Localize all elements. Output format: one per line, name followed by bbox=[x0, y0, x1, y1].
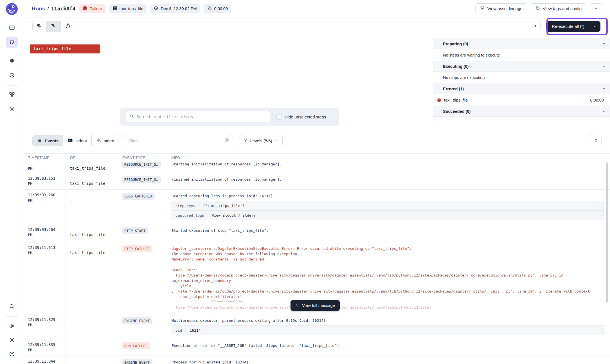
terminal-icon bbox=[68, 138, 73, 144]
event-type-cell: RESOURCE_INIT_S… bbox=[118, 162, 167, 173]
status-badge-failure: Failure bbox=[79, 4, 105, 13]
col-info: INFO bbox=[167, 154, 610, 162]
hide-unselected-control[interactable]: Hide unselected steps bbox=[276, 114, 326, 120]
events-table-body: PMtaxi_trips_fileRESOURCE_INIT_S…Startin… bbox=[24, 162, 610, 364]
info-line: yield bbox=[172, 283, 606, 289]
gantt-step-node-failed[interactable]: taxi_trips_file bbox=[30, 44, 100, 53]
info-cell: Execution of run for "__ASSET_JOB" faile… bbox=[167, 339, 610, 356]
clear-filter-icon[interactable] bbox=[224, 138, 229, 144]
metadata-row: pid16214 bbox=[172, 326, 604, 335]
unfold-icon bbox=[532, 24, 537, 29]
lineage-icon bbox=[480, 6, 485, 12]
gantt-view-toggle bbox=[32, 21, 75, 32]
gantt-section: Re-execute all (*) taxi_trips_file bbox=[24, 17, 610, 128]
start-time-label: Dec 8, 12:39:02 PM bbox=[161, 6, 197, 11]
metadata-row: captured_logsView stdout / stderr bbox=[172, 211, 604, 220]
help-icon bbox=[9, 351, 15, 358]
scrollbar-thumb[interactable] bbox=[606, 162, 608, 302]
gantt-flat-view-button[interactable] bbox=[33, 21, 47, 32]
info-cell: Multiprocess executor: parent process ex… bbox=[167, 314, 610, 339]
chevron-down-icon bbox=[594, 6, 598, 11]
failure-icon bbox=[83, 6, 87, 11]
events-toolbar: Events stdout stderr bbox=[24, 128, 610, 153]
tab-stderr[interactable]: stderr bbox=[92, 135, 119, 146]
search-icon bbox=[130, 114, 134, 120]
info-line: Started capturing logs in process (pid: … bbox=[172, 193, 606, 199]
header-more-button[interactable] bbox=[590, 3, 602, 14]
warning-triangle-icon bbox=[96, 138, 101, 144]
table-row: PMtaxi_trips_fileRESOURCE_INIT_S…Startin… bbox=[24, 162, 610, 173]
sidebar-help[interactable] bbox=[6, 349, 18, 360]
stopwatch-icon bbox=[65, 23, 71, 30]
breadcrumb: Runs / 11acb0f4 bbox=[32, 6, 75, 12]
info-line: Starting initialization of resources [io… bbox=[172, 162, 606, 167]
event-type-badge: RESOURCE_INIT_S… bbox=[121, 162, 161, 168]
sidebar-item-settings[interactable] bbox=[6, 104, 18, 115]
info-line: Process for run exited (pid: 16214). bbox=[172, 359, 606, 364]
view-full-message-label: View full message bbox=[302, 303, 335, 308]
info-line: Multiprocess executor: parent process ex… bbox=[172, 318, 606, 323]
error-status-dot bbox=[437, 98, 441, 102]
gantt-expand-button[interactable] bbox=[529, 21, 541, 32]
funnel-icon bbox=[243, 138, 247, 143]
view-full-message-button[interactable]: View full message bbox=[291, 300, 340, 311]
sidebar-item-automation[interactable] bbox=[6, 56, 18, 67]
gantt-waterfall-view-button[interactable] bbox=[47, 21, 61, 32]
timestamp-cell: 12:39:03.260PM bbox=[24, 190, 66, 224]
run-header: Runs / 11acb0f4 Failure taxi_trips_file … bbox=[24, 0, 610, 17]
event-type-cell: RUN_FAILURE bbox=[118, 339, 167, 356]
op-cell: - bbox=[66, 356, 118, 364]
steps-section-preparing[interactable]: Preparing (0) bbox=[433, 39, 610, 49]
timestamp-line2: PM bbox=[28, 198, 62, 203]
timestamp-line1: 12:39:11.613 bbox=[28, 245, 62, 250]
errored-step-row[interactable]: taxi_trips_file 0:00:08 bbox=[433, 94, 610, 106]
info-line: , File "/Users/dennis/code/project-dagst… bbox=[172, 289, 606, 294]
sidebar-user-settings[interactable] bbox=[6, 335, 18, 346]
info-line: Started execution of step "taxi_trips_fi… bbox=[172, 228, 606, 233]
caret-down-icon[interactable] bbox=[589, 21, 600, 32]
steps-section-errored[interactable]: Errored (1) bbox=[433, 84, 610, 94]
view-tags-config-button[interactable]: View tags and config bbox=[531, 3, 586, 14]
main-area: Runs / 11acb0f4 Failure taxi_trips_file … bbox=[24, 0, 610, 364]
sidebar-expand-panel[interactable] bbox=[6, 321, 18, 332]
timestamp-line2: PM bbox=[28, 322, 62, 328]
run-id: 11acb0f4 bbox=[51, 6, 76, 12]
gantt-timer-view-button[interactable] bbox=[61, 21, 75, 32]
events-expand-button[interactable] bbox=[590, 135, 602, 146]
tab-events[interactable]: Events bbox=[33, 135, 63, 146]
levels-dropdown[interactable]: Levels (5/6) bbox=[239, 135, 282, 146]
hide-unselected-checkbox[interactable] bbox=[276, 114, 282, 120]
gantt-body: taxi_trips_file Hide unselected steps bbox=[24, 35, 610, 128]
events-table-header: TIMESTAMP OP EVENT TYPE INFO bbox=[24, 153, 610, 162]
op-cell: taxi_trips_file bbox=[66, 242, 118, 314]
asset-tag[interactable]: taxi_trips_file bbox=[109, 4, 147, 13]
info-line: File "/Users/dennis/code/project-dagster… bbox=[172, 305, 606, 310]
sidebar-item-schedules[interactable] bbox=[6, 70, 18, 81]
timestamp-line2: PM bbox=[28, 166, 62, 171]
event-type-cell: STEP_START bbox=[118, 224, 167, 242]
metadata-key: pid bbox=[172, 326, 186, 335]
runs-link[interactable]: Runs bbox=[32, 6, 45, 12]
info-line: dagster._core.errors.DagsterExecutionSte… bbox=[172, 246, 606, 251]
sidebar-divider bbox=[6, 85, 18, 86]
info-line: ^^^^^^^^^^^^^^ bbox=[172, 299, 606, 305]
sidebar-item-runs[interactable] bbox=[6, 37, 18, 48]
timestamp-line2: PM bbox=[28, 181, 62, 187]
sidebar-item-deployment[interactable] bbox=[6, 89, 18, 101]
steps-section-succeeded[interactable]: Succeeded (0) bbox=[433, 106, 610, 117]
gantt-canvas[interactable]: taxi_trips_file Hide unselected steps bbox=[24, 35, 433, 128]
event-type-badge: ENGINE_EVENT bbox=[121, 359, 152, 364]
step-search-input[interactable] bbox=[137, 114, 267, 119]
reexecute-all-button[interactable]: Re-execute all (*) bbox=[546, 21, 600, 32]
expand-panel-icon bbox=[9, 323, 15, 330]
view-asset-lineage-button[interactable]: View asset lineage bbox=[475, 3, 527, 14]
events-section: Events stdout stderr bbox=[24, 128, 610, 364]
metadata-link[interactable]: View stdout / stderr bbox=[208, 211, 260, 220]
event-type-cell: ENGINE_EVENT bbox=[118, 314, 167, 339]
sidebar-item-assets[interactable] bbox=[6, 23, 18, 34]
tab-stdout[interactable]: stdout bbox=[63, 135, 92, 146]
steps-section-executing[interactable]: Executing (0) bbox=[433, 61, 610, 72]
sidebar-search[interactable] bbox=[6, 301, 18, 313]
dagster-logo-icon[interactable] bbox=[6, 3, 18, 15]
filter-input[interactable] bbox=[129, 138, 222, 143]
